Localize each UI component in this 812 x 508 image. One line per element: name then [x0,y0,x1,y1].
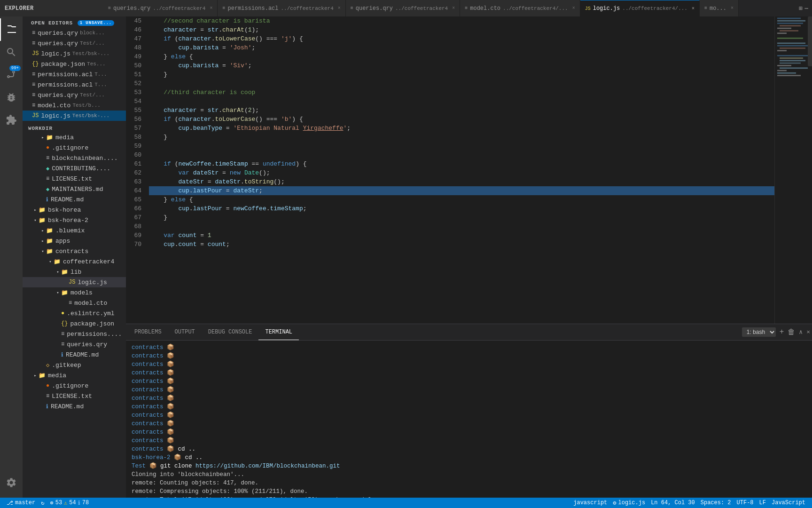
tree-contracts[interactable]: 📁 contracts [23,246,126,256]
tree-queriesqry[interactable]: ≡ queries.qry [23,339,126,349]
tab-problems[interactable]: PROBLEMS [128,324,168,340]
open-file-perm1[interactable]: ≡ permissions.acl T... [23,69,126,79]
tree-gitignore2[interactable]: ● .gitignore [23,381,126,391]
media2-label: media [48,372,66,379]
open-file-package[interactable]: {} package.json Tes... [23,59,126,69]
tree-permissionsacl[interactable]: ≡ permissions.... [23,329,126,339]
tab-close-queries2[interactable]: × [452,6,455,11]
tree-readme2[interactable]: ℹ README.md [23,401,126,412]
more-tabs-icon[interactable]: ⋯ [804,5,808,12]
svg-rect-20 [777,72,796,74]
open-file-queries3[interactable]: ≡ queries.qry Test/... [23,90,126,100]
open-file-perm2[interactable]: ≡ permissions.acl T... [23,79,126,90]
status-language[interactable]: javascript [570,498,610,508]
debug-icon [6,92,17,103]
tab-close-model[interactable]: × [572,6,575,11]
open-file-queries2[interactable]: ≡ queries.qry Test/... [23,38,126,48]
tree-coffeetracker4[interactable]: 📁 coffeetracker4 [23,256,126,267]
activity-debug[interactable] [0,86,23,109]
tab-terminal[interactable]: TERMINAL [258,324,299,340]
tab-close-logicjs[interactable]: × [692,6,695,11]
open-file-logicjs2[interactable]: JS logic.js Test/bsk-... [23,111,126,121]
status-spaces[interactable]: Spaces: 2 [698,498,734,508]
tree-gitkeep[interactable]: ◇ .gitkeep [23,360,126,370]
activity-settings[interactable] [0,471,23,494]
tab-label-queries2: queries.qry [356,5,393,12]
status-logic-file[interactable]: ⚙ logic.js [610,498,648,508]
tree-contributing[interactable]: ◆ CONTRIBUTING.... [23,163,126,174]
tree-readmemd[interactable]: ℹ README.md [23,349,126,360]
code-line-56: if (character.toLowerCase() === 'b') { [149,115,774,124]
status-encoding[interactable]: UTF-8 [734,498,757,508]
status-cursor[interactable]: Ln 64, Col 30 [648,498,698,508]
tree-lib[interactable]: 📁 lib [23,267,126,277]
open-file-name-queries1: queries.qry [38,30,78,37]
readme2-label: README.md [51,403,84,410]
open-file-logicjs[interactable]: JS logic.js Test/bsk-... [23,48,126,59]
open-editors-header[interactable]: OPEN EDITORS 1 UNSAVE... [23,18,126,28]
tree-eslintrc[interactable]: ● .eslintrc.yml [23,308,126,318]
svg-rect-13 [777,55,808,56]
open-file-modelcto[interactable]: ≡ model.cto Test/b... [23,100,126,111]
terminal-content[interactable]: contracts 📦 contracts 📦 contracts 📦 cont… [126,341,812,498]
tab-queries2[interactable]: ≡ queries.qry ../coffeetracker4 × [346,0,460,16]
tree-gitignore[interactable]: ● .gitignore [23,143,126,153]
tree-media2[interactable]: 📁 media [23,370,126,381]
tab-close-queries1[interactable]: × [210,6,212,11]
tab-debug-console[interactable]: DEBUG CONSOLE [202,324,259,340]
activity-explorer[interactable] [0,18,23,41]
open-file-queries1[interactable]: ≡ queries.qry block... [23,28,126,38]
term-line-7: contracts 📦 [132,394,806,403]
tree-packagejson[interactable]: {} package.json [23,318,126,329]
status-sync[interactable]: ↻ [38,498,47,508]
tab-model2[interactable]: ≡ mo... × [700,0,739,16]
tab-permissions[interactable]: ≡ permissions.acl ../coffeetracker4 × [218,0,345,16]
code-lines[interactable]: //second character is barista character … [147,16,774,324]
status-language-mode[interactable]: JavaScript [769,498,808,508]
split-editor-icon[interactable]: ⊞ [799,5,803,12]
delete-terminal-icon[interactable]: 🗑 [788,328,795,337]
tree-models[interactable]: 📁 models [23,287,126,298]
status-errors[interactable]: ⊗ 53 ⚠ 54 ℹ 78 [47,498,92,508]
term-line-10: contracts 📦 [132,420,806,428]
license2-label: LICENSE.txt [52,393,92,400]
lib-arrow [55,270,61,275]
svg-rect-7 [777,32,787,34]
status-line-ending[interactable]: LF [757,498,769,508]
tree-maintainers[interactable]: ◆ MAINTAINERS.md [23,184,126,194]
maximize-terminal-icon[interactable]: ∧ [799,328,803,336]
tab-close-model2[interactable]: × [731,6,734,11]
tab-model[interactable]: ≡ model.cto ../coffeetracker4/... × [460,0,580,16]
tree-readme[interactable]: ℹ README.md [23,194,126,205]
tree-bsk-horea[interactable]: 📁 bsk-horea [23,205,126,215]
tab-close-permissions[interactable]: × [338,6,341,11]
tree-apps[interactable]: 📁 apps [23,236,126,246]
tree-modelcto[interactable]: ≡ model.cto [23,298,126,308]
status-branch[interactable]: ⎇ master [4,498,38,508]
close-terminal-icon[interactable]: × [806,329,810,336]
terminal-instance-selector[interactable]: 1: bash [742,327,776,337]
tree-bluemix[interactable]: 📁 .bluemix [23,225,126,236]
workdir-header[interactable]: WORKDIR [23,123,126,132]
tab-logicjs[interactable]: JS logic.js ../coffeetracker4/... × [580,0,700,16]
tab-queries1[interactable]: ≡ queries.qry ../coffeetracker4 × [103,0,218,16]
models-icon: 📁 [61,289,68,296]
activity-scm[interactable]: 99+ [0,64,23,86]
activity-extensions[interactable] [0,109,23,131]
media-folder-icon: 📁 [46,134,53,141]
tree-logicjs[interactable]: JS logic.js [23,277,126,287]
files-icon [6,24,17,35]
explorer-label: EXPLORER [5,5,34,12]
term-line-12: contracts 📦 [132,437,806,445]
tree-media[interactable]: 📁 media [23,132,126,143]
tree-bsk-horea2[interactable]: 📁 bsk-horea-2 [23,215,126,225]
tree-blockchainbean[interactable]: ≡ blockchainbean.... [23,153,126,163]
add-terminal-icon[interactable]: + [780,328,784,336]
term-line-17: remote: Counting objects: 417, done. [132,479,806,487]
tree-license[interactable]: ≡ LICENSE.txt [23,174,126,184]
tree-license2[interactable]: ≡ LICENSE.txt [23,391,126,401]
gitkeep-icon: ◇ [46,362,49,369]
activity-search[interactable] [0,41,23,64]
tab-output[interactable]: OUTPUT [168,324,202,340]
modelcto-icon: ≡ [69,300,72,306]
